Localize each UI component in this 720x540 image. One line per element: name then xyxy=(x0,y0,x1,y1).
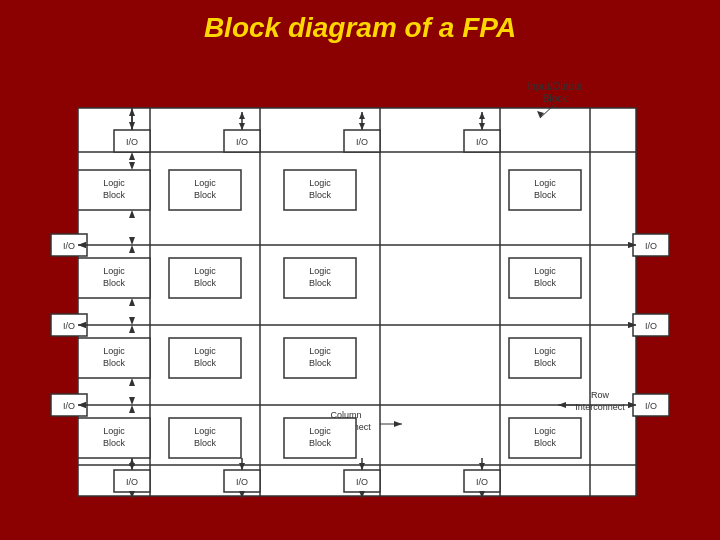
svg-text:I/O: I/O xyxy=(126,137,138,147)
svg-text:Block: Block xyxy=(194,190,217,200)
diagram-area: Input/Output Block I/O I/O I/O I/O xyxy=(50,70,670,520)
svg-text:Row: Row xyxy=(591,390,610,400)
svg-text:Block: Block xyxy=(534,278,557,288)
svg-text:Block: Block xyxy=(534,190,557,200)
svg-text:Block: Block xyxy=(534,438,557,448)
svg-text:Interconnect: Interconnect xyxy=(575,402,625,412)
svg-text:I/O: I/O xyxy=(645,401,657,411)
svg-text:Input/Output: Input/Output xyxy=(527,81,582,92)
svg-text:Block: Block xyxy=(103,358,126,368)
svg-text:Logic: Logic xyxy=(194,178,216,188)
svg-text:Logic: Logic xyxy=(309,426,331,436)
svg-text:I/O: I/O xyxy=(236,137,248,147)
svg-text:Block: Block xyxy=(309,438,332,448)
svg-text:Logic: Logic xyxy=(534,426,556,436)
svg-text:Logic: Logic xyxy=(194,266,216,276)
svg-text:Logic: Logic xyxy=(103,426,125,436)
svg-text:I/O: I/O xyxy=(356,477,368,487)
svg-text:Logic: Logic xyxy=(194,426,216,436)
svg-text:Logic: Logic xyxy=(309,346,331,356)
svg-text:Logic: Logic xyxy=(103,346,125,356)
svg-text:I/O: I/O xyxy=(356,137,368,147)
svg-text:Logic: Logic xyxy=(534,178,556,188)
svg-text:Block: Block xyxy=(543,93,568,104)
svg-text:Block: Block xyxy=(103,190,126,200)
svg-text:Block: Block xyxy=(194,438,217,448)
svg-text:Block: Block xyxy=(309,278,332,288)
svg-text:Logic: Logic xyxy=(534,346,556,356)
svg-text:Logic: Logic xyxy=(309,178,331,188)
svg-text:I/O: I/O xyxy=(63,241,75,251)
page-title: Block diagram of a FPA xyxy=(0,0,720,44)
svg-text:Block: Block xyxy=(103,278,126,288)
diagram-svg: Input/Output Block I/O I/O I/O I/O xyxy=(50,70,670,520)
svg-text:I/O: I/O xyxy=(63,401,75,411)
svg-text:Logic: Logic xyxy=(103,178,125,188)
svg-text:Logic: Logic xyxy=(309,266,331,276)
svg-text:Block: Block xyxy=(103,438,126,448)
svg-text:I/O: I/O xyxy=(476,137,488,147)
svg-text:I/O: I/O xyxy=(126,477,138,487)
svg-text:I/O: I/O xyxy=(476,477,488,487)
svg-text:Block: Block xyxy=(194,278,217,288)
svg-text:I/O: I/O xyxy=(63,321,75,331)
svg-text:I/O: I/O xyxy=(236,477,248,487)
svg-text:Block: Block xyxy=(309,190,332,200)
svg-text:Logic: Logic xyxy=(103,266,125,276)
svg-text:Logic: Logic xyxy=(194,346,216,356)
svg-text:I/O: I/O xyxy=(645,321,657,331)
svg-text:I/O: I/O xyxy=(645,241,657,251)
svg-text:Block: Block xyxy=(534,358,557,368)
svg-text:Logic: Logic xyxy=(534,266,556,276)
svg-text:Block: Block xyxy=(194,358,217,368)
svg-text:Block: Block xyxy=(309,358,332,368)
